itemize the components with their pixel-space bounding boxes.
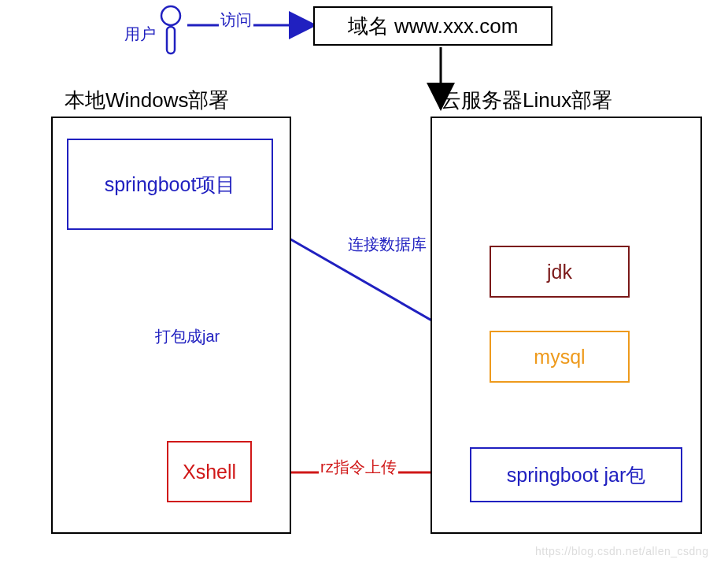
edge-db-label: 连接数据库 [346, 234, 428, 255]
svg-point-5 [161, 6, 180, 25]
user-label: 用户 [124, 24, 156, 45]
user-icon [157, 5, 184, 57]
springboot-project-box: springboot项目 [67, 139, 273, 230]
mysql-text: mysql [534, 346, 585, 368]
jdk-text: jdk [547, 261, 572, 283]
springboot-project-text: springboot项目 [105, 172, 236, 198]
xshell-text: Xshell [183, 461, 236, 483]
watermark: https://blog.csdn.net/allen_csdng [535, 545, 708, 557]
jdk-box: jdk [490, 246, 630, 298]
edge-upload-label: rz指令上传 [319, 457, 398, 478]
domain-text: 域名 www.xxx.com [348, 13, 519, 40]
mysql-box: mysql [490, 331, 630, 383]
svg-rect-6 [167, 27, 175, 54]
edge-visit-label: 访问 [219, 9, 253, 31]
xshell-box: Xshell [167, 441, 252, 502]
edge-package-label: 打包成jar [153, 326, 221, 347]
springboot-jar-text: springboot jar包 [507, 462, 645, 488]
springboot-jar-box: springboot jar包 [470, 447, 682, 502]
cloud-title: 云服务器Linux部署 [441, 87, 612, 114]
local-title: 本地Windows部署 [65, 87, 229, 114]
domain-box: 域名 www.xxx.com [313, 6, 552, 46]
